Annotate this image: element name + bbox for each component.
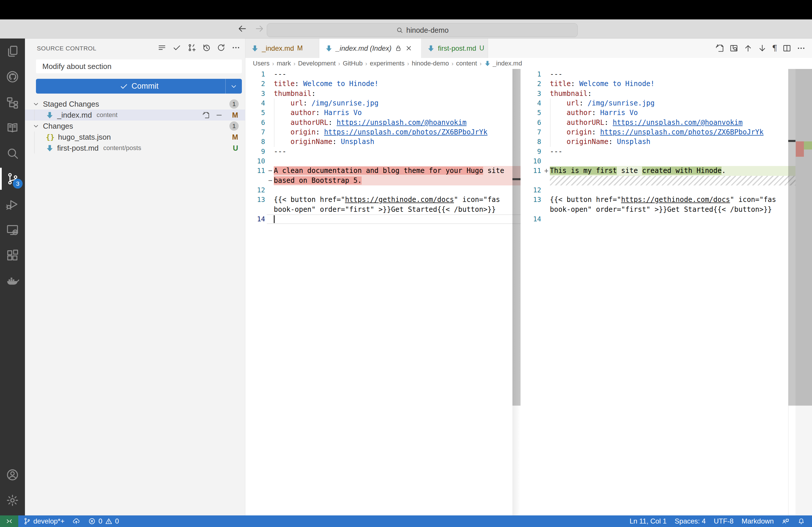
section-header[interactable]: Staged Changes1 (25, 99, 245, 109)
scm-file-row[interactable]: first-post.mdcontent/postsU (25, 142, 245, 153)
line-text[interactable]: title: Welcome to Hinode! (550, 79, 812, 89)
code-line[interactable]: 1--- (245, 70, 521, 79)
line-text[interactable] (550, 176, 812, 185)
activity-item-docs[interactable] (0, 115, 25, 140)
split-editor-icon[interactable] (782, 44, 792, 53)
activity-item-run-debug[interactable] (0, 192, 25, 217)
forward-icon[interactable] (255, 24, 264, 34)
code-line[interactable]: book-open" order="first" >}}Get Started{… (245, 205, 521, 214)
open-changes-icon[interactable] (715, 44, 724, 53)
line-text[interactable]: title: Welcome to Hinode! (274, 79, 521, 89)
line-text[interactable]: originName: Unsplash (550, 137, 812, 147)
code-line[interactable]: 1--- (521, 70, 812, 79)
line-text[interactable]: authorURL: https://unsplash.com/@hoanvok… (550, 118, 812, 127)
close-icon[interactable] (405, 45, 412, 52)
code-line[interactable]: −based on Bootstrap 5. (245, 176, 521, 185)
activity-item-remote-explorer[interactable] (0, 217, 25, 242)
view-list-icon[interactable] (158, 43, 166, 52)
status-item-markdown[interactable]: Markdown (738, 515, 778, 527)
code-line[interactable]: 8 originName: Unsplash (521, 137, 812, 147)
line-text[interactable] (550, 156, 812, 166)
line-text[interactable]: thumbnail: (550, 89, 812, 99)
line-text[interactable]: origin: https://unsplash.com/photos/ZX6B… (274, 127, 521, 137)
breadcrumb-item[interactable]: _index.md (484, 60, 522, 67)
status-item-utf-8[interactable]: UTF-8 (710, 515, 738, 527)
line-text[interactable]: --- (274, 70, 521, 79)
activity-item-accounts[interactable] (0, 462, 25, 487)
scm-file-row[interactable]: _index.mdcontentM (25, 109, 245, 121)
code-line[interactable]: 3thumbnail: (245, 89, 521, 99)
line-text[interactable]: {{< button href="https://gethinode.com/d… (550, 195, 812, 205)
code-line[interactable]: 9--- (245, 147, 521, 156)
code-line[interactable]: 6 authorURL: https://unsplash.com/@hoanv… (245, 118, 521, 127)
open-preview-icon[interactable] (729, 44, 738, 53)
line-text[interactable]: --- (274, 147, 521, 156)
scm-file-row[interactable]: {}hugo_stats.jsonM (25, 132, 245, 142)
command-center-search[interactable]: hinode-demo (267, 23, 578, 37)
commit-dropdown-button[interactable] (225, 79, 242, 94)
diff-pane-original[interactable]: 1---2title: Welcome to Hinode!3thumbnail… (245, 69, 521, 515)
activity-item-docker[interactable] (0, 268, 25, 293)
line-text[interactable]: book-open" order="first" >}}Get Started{… (274, 205, 521, 214)
status-item-ln-11-col-1[interactable]: Ln 11, Col 1 (625, 515, 671, 527)
breadcrumb-item[interactable]: Development (298, 60, 336, 67)
code-line[interactable] (521, 176, 812, 185)
scrollbar-right[interactable] (788, 69, 796, 406)
unstage-icon[interactable] (215, 111, 223, 119)
status-item-0[interactable]: 00 (84, 515, 123, 527)
activity-item-source-control[interactable]: 3 (0, 166, 25, 192)
code-line[interactable]: 2title: Welcome to Hinode! (521, 79, 812, 89)
code-line[interactable]: 2title: Welcome to Hinode! (245, 79, 521, 89)
code-line[interactable]: 8 originName: Unsplash (245, 137, 521, 147)
code-line[interactable]: 7 origin: https://unsplash.com/photos/ZX… (245, 127, 521, 137)
commit-message-input[interactable]: Modify about section (36, 59, 242, 73)
more-icon[interactable] (797, 44, 806, 53)
line-text[interactable]: --- (550, 147, 812, 156)
code-line[interactable]: 13{{< button href="https://gethinode.com… (521, 195, 812, 205)
status-item-cloud-upload[interactable] (69, 515, 84, 527)
editor-tab[interactable]: _index.md (Index) (319, 39, 421, 58)
line-text[interactable]: based on Bootstrap 5. (274, 176, 521, 185)
code-line[interactable]: 10 (521, 156, 812, 166)
activity-item-explorer[interactable] (0, 39, 25, 64)
line-text[interactable]: A clean documentation and blog theme for… (274, 166, 521, 176)
breadcrumb-item[interactable]: hinode-demo (412, 60, 449, 67)
code-line[interactable]: 11−A clean documentation and blog theme … (245, 166, 521, 176)
code-line[interactable]: 6 authorURL: https://unsplash.com/@hoanv… (521, 118, 812, 127)
code-line[interactable]: 9--- (521, 147, 812, 156)
status-item-feedback[interactable] (778, 515, 794, 527)
breadcrumb-item[interactable]: content (456, 60, 477, 67)
repo-create-icon[interactable] (187, 43, 196, 52)
breadcrumb-item[interactable]: experiments (370, 60, 405, 67)
line-text[interactable]: --- (550, 70, 812, 79)
line-text[interactable]: origin: https://unsplash.com/photos/ZX6B… (550, 127, 812, 137)
status-item-develop-[interactable]: develop*+ (19, 515, 69, 527)
commit-check-icon[interactable] (172, 43, 181, 52)
line-text[interactable]: This is my first site created with Hinod… (550, 166, 812, 176)
activity-item-extensions[interactable] (0, 242, 25, 268)
pilcrow-icon[interactable]: ¶ (772, 43, 777, 53)
line-text[interactable]: thumbnail: (274, 89, 521, 99)
code-line[interactable]: 12 (245, 185, 521, 195)
code-line[interactable]: 5 author: Harris Vo (521, 108, 812, 118)
code-line[interactable]: 14 (521, 214, 812, 224)
activity-item-search[interactable] (0, 140, 25, 166)
line-text[interactable]: {{< button href="https://gethinode.com/d… (274, 195, 521, 205)
diff-pane-modified[interactable]: 1---2title: Welcome to Hinode!3thumbnail… (521, 69, 812, 515)
line-text[interactable]: url: /img/sunrise.jpg (550, 99, 812, 108)
breadcrumb-item[interactable]: GitHub (343, 60, 362, 67)
activity-item-github[interactable] (0, 64, 25, 90)
line-text[interactable] (550, 214, 812, 224)
scrollbar-left[interactable] (512, 69, 521, 406)
go-to-file-icon[interactable] (202, 111, 210, 119)
line-text[interactable]: authorURL: https://unsplash.com/@hoanvok… (274, 118, 521, 127)
editor-tab[interactable]: first-post.mdU (421, 39, 488, 58)
line-text[interactable]: originName: Unsplash (274, 137, 521, 147)
remote-indicator[interactable] (0, 515, 18, 527)
activity-item-settings[interactable] (0, 487, 25, 513)
activity-item-hierarchy[interactable] (0, 90, 25, 115)
next-change-icon[interactable] (758, 44, 767, 53)
line-text[interactable] (274, 185, 521, 195)
code-line[interactable]: 11+This is my first site created with Hi… (521, 166, 812, 176)
line-text[interactable]: author: Harris Vo (274, 108, 521, 118)
